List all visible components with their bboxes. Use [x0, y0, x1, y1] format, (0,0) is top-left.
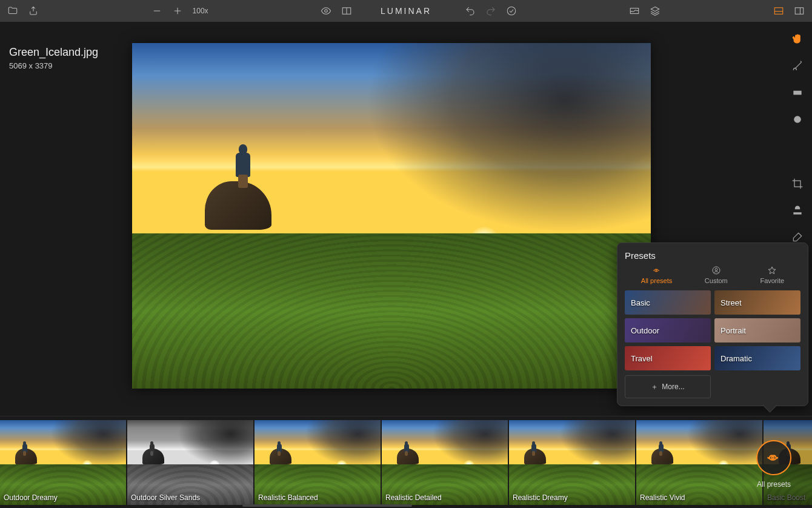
filmstrip-scrollbar[interactable] — [242, 504, 412, 507]
zoom-in-icon[interactable] — [172, 5, 183, 16]
file-dimensions: 5069 x 3379 — [9, 61, 98, 70]
tab-favorite[interactable]: Favorite — [760, 266, 784, 284]
redo-icon[interactable] — [485, 5, 496, 16]
preview-eye-icon[interactable] — [321, 5, 331, 16]
presets-popover: Presets All presets Custom Favorite Basi… — [617, 242, 808, 406]
presets-title: Presets — [625, 250, 800, 261]
preset-category-dramatic[interactable]: Dramatic — [714, 346, 800, 370]
user-circle-icon — [711, 266, 721, 275]
svg-point-15 — [715, 269, 717, 271]
svg-point-0 — [325, 10, 328, 13]
preset-thumb[interactable]: Realistic Detailed — [382, 420, 508, 505]
side-panel-icon[interactable] — [794, 5, 805, 16]
infinity-icon — [652, 266, 662, 275]
compare-split-icon[interactable] — [341, 5, 352, 16]
more-presets-button[interactable]: ＋ More... — [625, 375, 711, 398]
preset-thumb[interactable]: Realistic Dreamy — [509, 420, 635, 505]
app-title: LUMINAR — [381, 6, 431, 16]
file-name: Green_Iceland.jpg — [9, 46, 98, 59]
gradient-tool-icon[interactable] — [791, 86, 804, 99]
infinity-icon — [756, 440, 791, 475]
all-presets-button[interactable]: All presets — [756, 440, 791, 489]
svg-rect-6 — [793, 91, 801, 95]
layers-icon[interactable] — [650, 5, 661, 16]
hand-tool-icon[interactable] — [791, 33, 804, 46]
svg-rect-4 — [774, 8, 783, 15]
preset-thumb[interactable]: Outdoor Dreamy — [0, 420, 126, 505]
histogram-icon[interactable] — [629, 5, 640, 16]
crop-tool-icon[interactable] — [791, 177, 804, 190]
share-icon[interactable] — [28, 5, 39, 16]
preset-category-street[interactable]: Street — [714, 290, 800, 315]
image-canvas[interactable] — [132, 43, 651, 389]
preset-category-travel[interactable]: Travel — [625, 346, 711, 370]
plus-icon: ＋ — [651, 382, 658, 392]
svg-point-7 — [794, 116, 801, 123]
top-toolbar: 100x LUMINAR — [0, 0, 812, 22]
star-icon — [767, 266, 777, 275]
preset-category-outdoor[interactable]: Outdoor — [625, 318, 711, 343]
zoom-level[interactable]: 100x — [193, 7, 208, 15]
clone-stamp-icon[interactable] — [791, 204, 804, 217]
file-info: Green_Iceland.jpg 5069 x 3379 — [9, 46, 98, 70]
undo-icon[interactable] — [465, 5, 476, 16]
preset-category-portrait[interactable]: Portrait — [714, 318, 800, 343]
preset-thumb[interactable]: Outdoor Silver Sands — [127, 420, 253, 505]
preset-thumb[interactable]: Realistic Vivid — [636, 420, 762, 505]
preset-filmstrip[interactable]: Outdoor Dreamy Outdoor Silver Sands Real… — [0, 416, 812, 508]
preset-category-basic[interactable]: Basic — [625, 290, 711, 315]
tab-custom[interactable]: Custom — [705, 266, 728, 284]
preset-thumb[interactable]: Realistic Balanced — [255, 420, 381, 505]
tab-all-presets[interactable]: All presets — [641, 266, 672, 284]
svg-rect-5 — [795, 8, 804, 15]
eraser-tool-icon[interactable] — [791, 230, 804, 244]
history-check-icon[interactable] — [506, 5, 517, 16]
radial-tool-icon[interactable] — [791, 113, 804, 126]
svg-point-2 — [507, 7, 516, 15]
open-folder-icon[interactable] — [7, 5, 18, 16]
presets-panel-icon[interactable] — [773, 5, 784, 16]
zoom-out-icon[interactable] — [151, 5, 162, 16]
brush-tool-icon[interactable] — [791, 59, 804, 73]
